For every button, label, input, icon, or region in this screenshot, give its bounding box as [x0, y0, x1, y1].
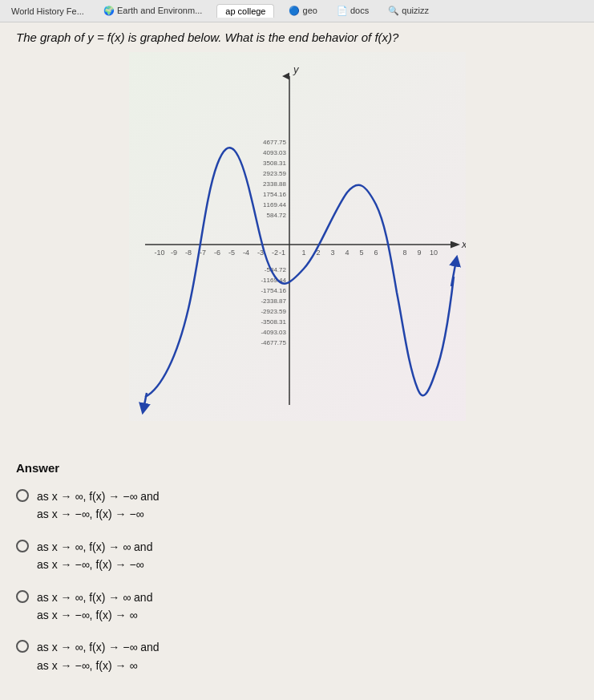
option-2-text: as x → ∞, f(x) → ∞ and as x → −∞, f(x) →…	[37, 538, 152, 574]
svg-rect-0	[129, 52, 466, 421]
graph-container: x y -10 -9 -8 -7 -6 -5 -4 -3 -2 -1 1 2 3…	[16, 52, 578, 421]
tab-ap-college[interactable]: ap college	[216, 4, 274, 18]
svg-text:-2338.87: -2338.87	[261, 297, 286, 305]
svg-text:10: 10	[429, 249, 437, 257]
svg-text:-3508.31: -3508.31	[261, 318, 286, 326]
answer-label: Answer	[16, 461, 578, 475]
svg-text:1754.16: 1754.16	[263, 191, 286, 198]
answer-option-1[interactable]: as x → ∞, f(x) → −∞ and as x → −∞, f(x) …	[16, 488, 578, 524]
svg-text:-6: -6	[213, 249, 220, 257]
svg-text:-4: -4	[242, 249, 249, 257]
svg-text:2923.59: 2923.59	[263, 170, 286, 177]
answer-section: Answer as x → ∞, f(x) → −∞ and as x → −∞…	[0, 453, 594, 697]
svg-text:4677.75: 4677.75	[263, 139, 286, 146]
svg-text:-9: -9	[170, 249, 176, 257]
svg-text:1169.44: 1169.44	[263, 201, 286, 208]
svg-text:4: 4	[345, 249, 349, 257]
answer-option-4[interactable]: as x → ∞, f(x) → −∞ and as x → −∞, f(x) …	[16, 638, 578, 674]
svg-text:x: x	[461, 238, 466, 250]
function-graph: x y -10 -9 -8 -7 -6 -5 -4 -3 -2 -1 1 2 3…	[129, 52, 466, 421]
svg-text:5: 5	[359, 249, 363, 257]
svg-text:-2923.59: -2923.59	[261, 308, 286, 315]
option-4-text: as x → ∞, f(x) → −∞ and as x → −∞, f(x) …	[37, 638, 160, 674]
svg-text:6: 6	[374, 249, 378, 257]
tab-world-history[interactable]: World History Fe...	[6, 5, 89, 18]
svg-text:-7: -7	[199, 249, 205, 257]
radio-option-4[interactable]	[16, 640, 29, 653]
answer-option-3[interactable]: as x → ∞, f(x) → ∞ and as x → −∞, f(x) →…	[16, 589, 578, 625]
svg-text:9: 9	[417, 249, 421, 257]
svg-text:3508.31: 3508.31	[263, 160, 286, 167]
tab-quizizz[interactable]: 🔍 quizizz	[383, 4, 434, 18]
svg-text:-4677.75: -4677.75	[261, 339, 286, 346]
question-text: The graph of y = f(x) is graphed below. …	[16, 30, 578, 44]
svg-text:3: 3	[330, 249, 334, 257]
svg-text:8: 8	[402, 249, 406, 257]
radio-option-1[interactable]	[16, 489, 29, 502]
radio-option-2[interactable]	[16, 540, 29, 552]
option-1-text: as x → ∞, f(x) → −∞ and as x → −∞, f(x) …	[37, 488, 160, 524]
tab-earth[interactable]: 🌍 Earth and Environm...	[99, 4, 207, 18]
svg-text:-5: -5	[228, 249, 234, 257]
svg-text:584.72: 584.72	[266, 212, 286, 219]
svg-text:-2: -2	[271, 249, 277, 257]
answer-option-2[interactable]: as x → ∞, f(x) → ∞ and as x → −∞, f(x) →…	[16, 538, 578, 574]
browser-bar: World History Fe... 🌍 Earth and Environm…	[0, 0, 594, 22]
radio-option-3[interactable]	[16, 590, 29, 603]
svg-text:-584.72: -584.72	[264, 266, 286, 273]
option-3-text: as x → ∞, f(x) → ∞ and as x → −∞, f(x) →…	[37, 589, 152, 625]
svg-text:2338.88: 2338.88	[263, 180, 286, 188]
tab-docs[interactable]: 📄 docs	[332, 4, 374, 18]
svg-text:1: 1	[301, 249, 305, 257]
page-content: The graph of y = f(x) is graphed below. …	[0, 22, 594, 453]
svg-text:-10: -10	[154, 249, 164, 257]
svg-text:-8: -8	[184, 249, 191, 257]
svg-text:4093.03: 4093.03	[263, 149, 286, 156]
svg-text:-1: -1	[278, 249, 285, 257]
svg-text:-4093.03: -4093.03	[261, 329, 286, 336]
svg-text:-1754.16: -1754.16	[261, 287, 286, 294]
tab-geo[interactable]: 🔵 geo	[284, 4, 321, 18]
